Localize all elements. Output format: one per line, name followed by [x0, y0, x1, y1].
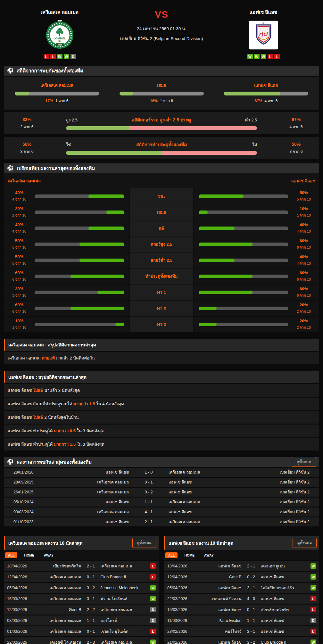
tab-home[interactable]: HOME: [181, 552, 197, 558]
away-numbers: 60% 6 จาก 10: [294, 270, 314, 282]
home-bar: [35, 323, 124, 326]
section-title: ผลงานการพบกันล่าสุดของทั้งสองทีม: [17, 458, 92, 466]
duo-right-pct: 50%: [281, 142, 311, 147]
duo-left-pct: 50%: [12, 142, 42, 147]
home-team: แอฟเซ ลีแอช: [194, 585, 242, 591]
away-bar-fill: [199, 194, 244, 198]
stat-label: เควีเอสเค ลอมเมล: [15, 82, 99, 89]
match-date: 18/04/2026: [167, 564, 192, 568]
summary-text-pre: แอฟเซ ลีแอช ทำประตูได้: [8, 427, 54, 434]
comparison-metric-label: ชนะ: [130, 188, 193, 204]
home-count: 6 จาก 10: [9, 309, 29, 314]
tab-home[interactable]: HOME: [21, 552, 37, 558]
summary-text-post: ใน 3 นัดหลังสุด: [76, 441, 104, 448]
match-league: เบลเยี่ยม ดิวิชั่น 2: [249, 499, 310, 505]
away-bar: [199, 275, 288, 278]
away-team: เควีเอสเค ลอมเมล: [169, 469, 249, 475]
match-date: 28/02/2026: [167, 629, 192, 634]
duo-bar: [66, 126, 257, 130]
summary-row: แอฟเซ ลีแอช มีเกมที่ทำประตูรวมได้ มากกว่…: [4, 398, 319, 410]
away-count: 4 จาก 10: [294, 228, 314, 234]
away-team: แอฟเซ ลีแอช: [261, 617, 308, 624]
view-all-h2h-button[interactable]: ดูทั้งหมด: [292, 457, 316, 467]
tab-away[interactable]: AWAY: [41, 552, 56, 558]
home-bar-fill: [88, 227, 124, 230]
home-count: 6 จาก 10: [9, 277, 29, 282]
match-date: 08/03/2026: [7, 618, 32, 623]
away-team: แอฟเซ ลีแอช: [261, 596, 308, 602]
away-bar: [199, 307, 288, 310]
stat-bar-fill: [15, 92, 29, 95]
home-pct: 20%: [9, 206, 29, 211]
duo-right-pct: 67%: [281, 117, 311, 122]
section-title: เปรียบเทียบผลงานล่าสุดของทั้งสองทีม: [17, 165, 95, 172]
form-badge: L: [274, 54, 280, 59]
tab-all[interactable]: ALL: [5, 552, 17, 558]
view-all-away-button[interactable]: ดูทั้งหมด: [293, 538, 317, 548]
comparison-home-cell: 60% 6 จาก 10: [4, 268, 129, 284]
match-league: เบลเยี่ยม ดิวิชั่น 2: [249, 519, 310, 525]
home-bar-fill: [106, 211, 124, 214]
home-numbers: 40% 4 จาก 10: [9, 190, 29, 202]
duo-left-pct: 33%: [12, 117, 42, 122]
match-score: 0 - 2: [129, 490, 169, 494]
home-bar: [35, 227, 124, 230]
home-team: เควีเอสเค ลอมเมล: [49, 479, 129, 485]
home-team: เควีเอสเค ลอมเมล: [49, 489, 129, 495]
result-badge: L: [150, 574, 156, 580]
tab-all[interactable]: ALL: [165, 552, 178, 558]
summary-highlight: มากกว่า 1.5: [54, 441, 76, 448]
away-team: เควีเอสเค ลอมเมล: [101, 607, 148, 613]
match-date: 12/04/2026: [167, 575, 192, 579]
home-bar: [35, 243, 124, 246]
home-recent-tabs: ALL HOME AWAY: [4, 550, 159, 560]
match-score: 1 - 1: [83, 618, 99, 623]
away-count: 5 จาก 10: [294, 196, 314, 202]
match-score: 2 - 3: [83, 640, 99, 644]
duo-right-count: 4 จาก 6: [281, 124, 311, 130]
h2h-result-row: 01/10/2023 แอฟเซ ลีแอช 2 - 1 เควีเอสเค ล…: [4, 517, 319, 526]
match-score: 4 - 0: [244, 597, 259, 601]
result-badge: L: [311, 596, 316, 601]
match-row: 05/04/2026 เควีเอสเค ลอมเมล 3 - 2 Jeunes…: [4, 583, 159, 593]
comparison-home-cell: 50% 5 จาก 10: [4, 236, 129, 252]
duo-bar-area: ใช่ สถิติการทำประตูทั้งสองทีม ไม่: [42, 141, 281, 155]
away-recent-header: แอฟเซ ลีแอช ผลงาน 10 นัดล่าสุด ดูทั้งหมด: [164, 536, 319, 550]
home-pct: 60%: [9, 270, 29, 275]
match-info-block: VS 24 เมษายน 2569 01:30 น. เบลเยี่ยม ดิว…: [106, 8, 217, 42]
result-badge: W: [311, 563, 316, 569]
match-league: เบลเยี่ยม ดิวิชั่น 2: [249, 509, 310, 515]
home-pct: 60%: [9, 302, 29, 307]
away-team: เควีเอสเค ลอมเมล: [101, 639, 148, 644]
match-row: 12/03/2026 Gent B 2 - 2 เควีเอสเค ลอมเมล…: [4, 605, 159, 615]
summary-text-pre: แอฟเซ ลีแอช: [8, 387, 33, 394]
away-bar: [199, 194, 288, 198]
away-team: แอฟเซ ลีแอช: [169, 509, 249, 515]
duo-labels: ใช่ สถิติการทำประตูทั้งสองทีม ไม่: [66, 141, 257, 148]
home-team-name: เควีเอสเค ลอมเมล: [41, 8, 79, 16]
view-all-home-button[interactable]: ดูทั้งหมด: [132, 538, 156, 548]
home-bar: [35, 307, 124, 310]
home-recent-panel: เควีเอสเค ลอมเมล ผลงาน 10 นัดล่าสุด ดูทั…: [4, 536, 159, 644]
home-count: 4 จาก 10: [9, 196, 29, 202]
home-count: 1 จาก 10: [9, 325, 29, 330]
match-date: 15/03/2026: [7, 597, 32, 601]
summary-text-pre: เควีเอสเค ลอมเมล: [8, 355, 42, 361]
tab-away[interactable]: AWAY: [201, 552, 217, 558]
match-stats-page: เควีเอสเค ลอมเมล LOMMEL SK 1932: [0, 0, 323, 644]
result-badge: L: [311, 607, 316, 612]
away-team: เคเอเอส ยูเปน: [261, 563, 308, 569]
comparison-home-cell: 50% 5 จาก 10: [4, 252, 129, 268]
home-team: วาสแลนด์ บีเวเรน: [194, 596, 242, 602]
soccer-ball-icon: ⚽: [7, 68, 14, 73]
away-count: 2 จาก 10: [294, 309, 314, 314]
match-score: 1 - 1: [129, 500, 169, 504]
match-score: 4 - 1: [129, 510, 169, 514]
away-numbers: 40% 4 จาก 10: [294, 254, 314, 266]
stat-numbers: 17%1 จาก 6: [15, 98, 99, 104]
home-team: เควีเอสเค ลอมเมล: [34, 596, 81, 602]
comparison-away-cell: 60% 6 จาก 10: [194, 236, 319, 252]
stat-bar-fill: [120, 92, 133, 95]
duo-bar-green: [66, 151, 162, 155]
match-date: 28/01/2026: [13, 470, 49, 475]
